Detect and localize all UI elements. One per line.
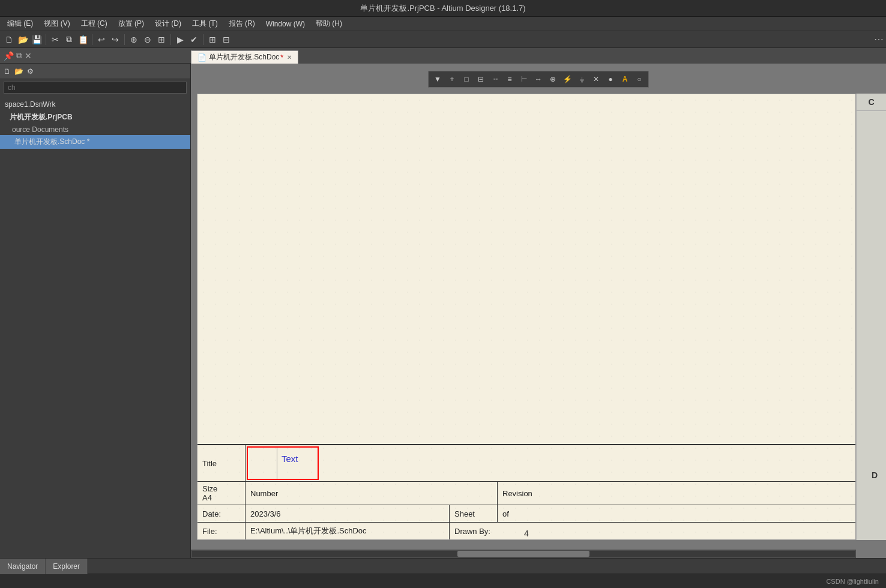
compile-btn[interactable]: ▶: [173, 33, 187, 46]
search-input[interactable]: [4, 82, 187, 94]
tree-source-docs: ource Documents: [0, 124, 190, 135]
menu-project[interactable]: 工程 (C): [76, 17, 112, 30]
right-ruler: C D: [856, 94, 886, 540]
main-toolbar: 🗋 📂 💾 ✂ ⧉ 📋 ↩ ↪ ⊕ ⊖ ⊞ ▶ ✔ ⊞ ⊟ ⋯: [0, 31, 886, 48]
validate-btn[interactable]: ✔: [187, 33, 200, 46]
zoom-out-btn[interactable]: ⊖: [141, 33, 154, 46]
fit-btn[interactable]: ⊞: [155, 33, 168, 46]
sch-pin-btn[interactable]: ⊢: [517, 73, 531, 86]
panel-float-icon[interactable]: ⧉: [16, 50, 22, 61]
sch-comp-btn[interactable]: ⊕: [546, 73, 559, 86]
save-btn[interactable]: 💾: [30, 33, 43, 46]
redo-btn[interactable]: ↪: [109, 33, 122, 46]
file-value: E:\Altium\..\单片机开发板.SchDoc: [250, 526, 367, 536]
more-btn[interactable]: ⋯: [874, 34, 884, 45]
menu-window[interactable]: Window (W): [261, 19, 310, 29]
explorer-label: Explorer: [53, 562, 80, 571]
sep2: [92, 34, 92, 45]
navigator-label: Navigator: [7, 562, 38, 571]
sep5: [203, 34, 203, 45]
title-row-2: Size A4 Number Revision: [197, 482, 855, 505]
title-row-1: Title Text: [197, 445, 855, 482]
tree-active-file[interactable]: 单片机开发板.SchDoc *: [0, 135, 190, 149]
zoom-in-btn[interactable]: ⊕: [127, 33, 140, 46]
sch-text-btn[interactable]: A: [618, 73, 631, 86]
title-row-3: Date: 2023/3/6 Sheet of: [197, 505, 855, 523]
menu-design[interactable]: 设计 (D): [150, 17, 186, 30]
main-area: 🗋 📂 ⚙ space1.DsnWrk 片机开发板.PrjPCB ource D…: [0, 64, 886, 558]
file-value-cell: E:\Altium\..\单片机开发板.SchDoc: [246, 523, 450, 539]
date-value-cell: 2023/3/6: [246, 505, 450, 522]
sidebar-new-icon[interactable]: 🗋: [4, 67, 11, 76]
menu-edit[interactable]: 编辑 (E): [2, 17, 38, 30]
sch-port-btn[interactable]: ↔: [532, 73, 545, 86]
title-label-cell: Title: [197, 445, 246, 481]
title-label: Title: [202, 459, 217, 468]
sep4: [170, 34, 171, 45]
date-value: 2023/3/6: [250, 509, 281, 518]
size-value: A4: [202, 493, 212, 502]
navigator-tab[interactable]: Navigator: [0, 559, 46, 574]
tab-modified: *: [280, 53, 283, 62]
sch-power-btn[interactable]: ⚡: [561, 73, 574, 86]
sep3: [124, 34, 125, 45]
revision-label: Revision: [502, 489, 532, 498]
sidebar-toolbar: 🗋 📂 ⚙: [0, 64, 190, 79]
tab-label: 单片机开发板.SchDoc: [209, 52, 279, 62]
snap-btn[interactable]: ⊟: [220, 33, 233, 46]
sch-add-btn[interactable]: +: [445, 73, 459, 86]
title-bar: 单片机开发板.PrjPCB - Altium Designer (18.1.7): [0, 0, 886, 17]
sch-wire-btn[interactable]: ╌: [489, 73, 502, 86]
status-bar: CSDN @lightliulin: [0, 574, 886, 588]
size-label: Size: [202, 484, 217, 493]
paste-btn[interactable]: 📋: [76, 33, 89, 46]
menu-bar: 编辑 (E) 视图 (V) 工程 (C) 放置 (P) 设计 (D) 工具 (T…: [0, 17, 886, 31]
menu-view[interactable]: 视图 (V): [39, 17, 74, 30]
scrollbar-thumb[interactable]: [457, 551, 590, 557]
sep1: [46, 34, 46, 45]
open-btn[interactable]: 📂: [16, 33, 29, 46]
tab-doc-icon: 📄: [197, 53, 206, 62]
source-docs-label: ource Documents: [12, 125, 68, 134]
menu-report[interactable]: 报告 (R): [224, 17, 260, 30]
menu-help[interactable]: 帮助 (H): [311, 17, 347, 30]
panel-pin-icon[interactable]: 📌: [4, 51, 14, 61]
menu-place[interactable]: 放置 (P): [113, 17, 149, 30]
sch-junction-btn[interactable]: ●: [604, 73, 617, 86]
number-label: Number: [250, 489, 278, 498]
file-label-cell: File:: [197, 523, 246, 539]
active-file-label: 单片机开发板.SchDoc *: [14, 137, 89, 146]
canvas-area[interactable]: ▼ + □ ⊟ ╌ ≡ ⊢ ↔ ⊕ ⚡ ⏚ ✕ ● A ○: [191, 64, 886, 558]
undo-btn[interactable]: ↩: [95, 33, 108, 46]
tab-close-icon[interactable]: ✕: [287, 54, 292, 61]
panel-close-icon[interactable]: ✕: [25, 51, 32, 61]
new-btn[interactable]: 🗋: [2, 33, 16, 46]
explorer-tab[interactable]: Explorer: [46, 559, 88, 574]
sidebar-settings-icon[interactable]: ⚙: [27, 67, 34, 76]
tree-workspace: space1.DsnWrk: [0, 98, 190, 110]
sch-arc-btn[interactable]: ○: [633, 73, 646, 86]
schematic-tab[interactable]: 📄 单片机开发板.SchDoc * ✕: [191, 50, 298, 64]
sch-net-btn[interactable]: ≡: [503, 73, 516, 86]
sch-noconn-btn[interactable]: ✕: [589, 73, 603, 86]
copy-btn[interactable]: ⧉: [62, 33, 76, 46]
sch-rect-btn[interactable]: □: [460, 73, 473, 86]
size-label-cell: Size A4: [197, 482, 246, 505]
date-label: Date:: [202, 509, 221, 518]
sch-filter-btn[interactable]: ▼: [431, 73, 444, 86]
cut-btn[interactable]: ✂: [49, 33, 62, 46]
date-cell: Date:: [197, 505, 246, 522]
tree-project[interactable]: 片机开发板.PrjPCB: [0, 110, 190, 124]
sheet-label: Sheet: [454, 509, 475, 518]
title-text-value: Text: [282, 454, 298, 464]
sch-bus-btn[interactable]: ⊟: [474, 73, 487, 86]
schematic-sheet[interactable]: Title Text Size A4: [197, 94, 856, 540]
grid-btn[interactable]: ⊞: [206, 33, 219, 46]
sidebar: 🗋 📂 ⚙ space1.DsnWrk 片机开发板.PrjPCB ource D…: [0, 64, 191, 558]
sidebar-open-icon[interactable]: 📂: [14, 67, 23, 76]
of-cell: of: [498, 505, 855, 522]
horizontal-scrollbar[interactable]: [191, 550, 856, 558]
sch-gnd-btn[interactable]: ⏚: [575, 73, 588, 86]
menu-tools[interactable]: 工具 (T): [187, 17, 223, 30]
bottom-nav: Navigator Explorer: [0, 558, 886, 574]
